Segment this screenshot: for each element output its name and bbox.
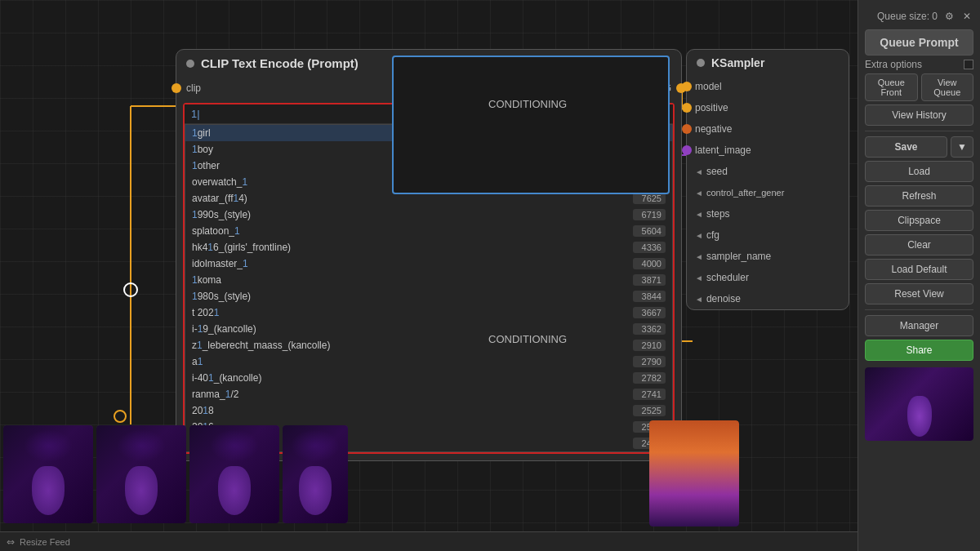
- thumb-bottle-2: [96, 425, 186, 523]
- ks-seed-arrow: ◄: [695, 167, 703, 176]
- ks-positive-dot: [682, 103, 692, 113]
- ks-scheduler-row[interactable]: ◄ scheduler: [687, 267, 849, 288]
- ks-sampler-arrow: ◄: [695, 252, 703, 261]
- sidebar: Queue size: 0 ⚙ ✕ Queue Prompt Extra opt…: [858, 0, 980, 551]
- queue-size-label: Queue size: 0: [877, 11, 938, 22]
- ks-positive-row: positive: [687, 97, 849, 118]
- ks-denoise-row[interactable]: ◄ denoise: [687, 288, 849, 309]
- ks-model-label: model: [695, 81, 722, 92]
- divider-2: [865, 309, 973, 310]
- save-row: Save ▼: [865, 136, 973, 158]
- autocomplete-item[interactable]: a1 2790: [185, 353, 672, 370]
- autocomplete-item[interactable]: 1koma 3871: [185, 272, 672, 288]
- ks-denoise-label: denoise: [706, 293, 741, 304]
- autocomplete-item[interactable]: splatoon_1 5604: [185, 223, 672, 239]
- ks-seed-row[interactable]: ◄ seed: [687, 161, 849, 182]
- share-button[interactable]: Share: [865, 340, 973, 361]
- queue-view-row: Queue Front View Queue: [865, 73, 973, 101]
- ks-sampler-label: sampler_name: [706, 251, 771, 262]
- canvas-area: CLIP Text Encode (Prompt) clip CONDITION…: [0, 0, 866, 551]
- autocomplete-item[interactable]: t 2021 3667: [185, 304, 672, 321]
- thumbnail-4[interactable]: [283, 425, 348, 523]
- conditioning-label-bottom: CONDITIONING: [488, 333, 567, 345]
- ks-cfg-arrow: ◄: [695, 231, 703, 240]
- autocomplete-item[interactable]: idolmaster_1 4000: [185, 256, 672, 272]
- divider-1: [865, 131, 973, 131]
- autocomplete-item[interactable]: ranma_1/2 2741: [185, 386, 672, 402]
- ks-negative-dot: [682, 124, 692, 134]
- right-thumbnail[interactable]: [649, 420, 739, 527]
- clear-button[interactable]: Clear: [865, 234, 973, 256]
- sidebar-thumb-bg: [865, 367, 973, 441]
- ks-control-label: control_after_gener: [706, 188, 784, 198]
- save-dropdown-button[interactable]: ▼: [951, 136, 973, 158]
- autocomplete-item[interactable]: 2018 2525: [185, 402, 672, 419]
- status-label: Resize Feed: [20, 537, 70, 547]
- ks-positive-label: positive: [695, 102, 728, 113]
- extra-options-row: Extra options: [865, 59, 973, 70]
- queue-prompt-button[interactable]: Queue Prompt: [865, 29, 973, 56]
- sidebar-header: Queue size: 0 ⚙ ✕: [865, 7, 973, 26]
- clip-second-textbox[interactable]: [392, 56, 670, 194]
- thumb-bottle-4: [283, 425, 348, 523]
- ks-latent-label: latent_image: [695, 144, 751, 156]
- conditioning-label-top: CONDITIONING: [488, 98, 567, 110]
- autocomplete-item[interactable]: z1_leberecht_maass_(kancolle) 2910: [185, 337, 672, 353]
- autocomplete-item[interactable]: i-19_(kancolle) 3362: [185, 321, 672, 337]
- clip-input-dot: [172, 83, 181, 93]
- ksampler-node: KSampler model positive negative latent_…: [686, 49, 849, 310]
- clip-input-label: clip: [186, 82, 201, 94]
- save-button[interactable]: Save: [865, 136, 947, 158]
- clip-node-title: CLIP Text Encode (Prompt): [201, 56, 359, 70]
- extra-options-checkbox[interactable]: [964, 60, 973, 69]
- ks-steps-row[interactable]: ◄ steps: [687, 203, 849, 224]
- thumb-bottle-1: [3, 425, 93, 523]
- view-queue-button[interactable]: View Queue: [921, 73, 974, 101]
- view-history-button[interactable]: View History: [865, 104, 973, 126]
- ks-seed-label: seed: [706, 166, 728, 177]
- thumb-bottle-3: [189, 425, 279, 523]
- thumbnails-bar: [0, 420, 441, 527]
- status-bar: ⇔ Resize Feed: [0, 531, 858, 551]
- ks-negative-label: negative: [695, 123, 732, 135]
- ks-control-row[interactable]: ◄ control_after_gener: [687, 182, 849, 203]
- ks-latent-dot: [682, 145, 692, 155]
- autocomplete-item[interactable]: hk416_(girls'_frontline) 4336: [185, 239, 672, 256]
- ks-steps-arrow: ◄: [695, 210, 703, 219]
- ks-cfg-row[interactable]: ◄ cfg: [687, 224, 849, 246]
- clipspace-button[interactable]: Clipspace: [865, 210, 973, 231]
- thumbnail-2[interactable]: [96, 425, 186, 523]
- ks-denoise-arrow: ◄: [695, 295, 703, 304]
- ks-steps-label: steps: [706, 208, 730, 220]
- sidebar-bottle: [907, 396, 932, 437]
- cursor-text: 1|: [191, 108, 200, 120]
- autocomplete-item[interactable]: 1990s_(style) 6719: [185, 207, 672, 223]
- extra-options-label: Extra options: [865, 59, 922, 70]
- right-thumb-bg: [649, 420, 739, 527]
- load-default-button[interactable]: Load Default: [865, 259, 973, 280]
- ks-control-arrow: ◄: [695, 189, 703, 198]
- manager-button[interactable]: Manager: [865, 315, 973, 336]
- thumbnail-1[interactable]: [3, 425, 93, 523]
- sidebar-thumbnail[interactable]: [865, 367, 973, 441]
- clip-node-dot: [186, 60, 194, 68]
- ksampler-node-header: KSampler: [687, 50, 849, 76]
- ks-cfg-label: cfg: [706, 229, 719, 241]
- ks-sampler-row[interactable]: ◄ sampler_name: [687, 246, 849, 267]
- ks-model-row: model: [687, 76, 849, 97]
- reset-view-button[interactable]: Reset View: [865, 283, 973, 304]
- ks-scheduler-arrow: ◄: [695, 273, 703, 282]
- autocomplete-item[interactable]: i-401_(kancolle) 2782: [185, 370, 672, 386]
- close-icon[interactable]: ✕: [960, 10, 973, 23]
- ksampler-title: KSampler: [711, 56, 764, 69]
- refresh-button[interactable]: Refresh: [865, 185, 973, 207]
- ks-latent-row: latent_image: [687, 140, 849, 161]
- ks-model-dot: [682, 82, 692, 91]
- gear-icon[interactable]: ⚙: [942, 10, 956, 23]
- ks-scheduler-label: scheduler: [706, 272, 749, 283]
- thumbnail-3[interactable]: [189, 425, 279, 523]
- queue-front-button[interactable]: Queue Front: [865, 73, 918, 101]
- autocomplete-item[interactable]: 1980s_(style) 3844: [185, 288, 672, 304]
- load-button[interactable]: Load: [865, 161, 973, 182]
- resize-icon: ⇔: [7, 536, 15, 548]
